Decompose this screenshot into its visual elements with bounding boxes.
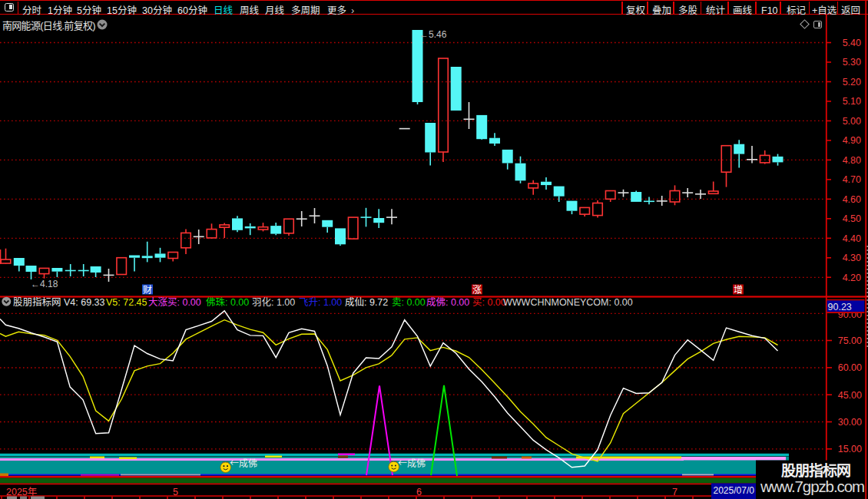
svg-text:股朋指标网: 股朋指标网	[13, 294, 61, 309]
svg-text:飞升: 1.00: 飞升: 1.00	[299, 294, 342, 309]
svg-text:5.20: 5.20	[843, 77, 861, 88]
svg-text:成佛: 0.00: 成佛: 0.00	[426, 294, 469, 309]
svg-text:5.10: 5.10	[843, 96, 861, 107]
svg-text:4.20: 4.20	[843, 273, 861, 283]
svg-text:30.00: 30.00	[838, 417, 862, 428]
svg-text:www.7gpzb.com: www.7gpzb.com	[760, 478, 865, 495]
svg-text:←5.46: ←5.46	[419, 29, 447, 40]
svg-text:90.23: 90.23	[828, 302, 852, 312]
svg-text:2025/07/0: 2025/07/0	[714, 485, 755, 496]
svg-text:←成佛: ←成佛	[230, 456, 257, 469]
svg-text:卖: 0.00: 卖: 0.00	[392, 294, 426, 309]
svg-text:4.50: 4.50	[843, 213, 861, 224]
svg-text:成仙: 9.72: 成仙: 9.72	[345, 294, 388, 309]
svg-text:←成佛: ←成佛	[398, 456, 426, 469]
svg-text:4.60: 4.60	[843, 194, 861, 205]
svg-text:佛珠: 0.00: 佛珠: 0.00	[206, 294, 249, 309]
svg-text:4.90: 4.90	[843, 135, 861, 146]
svg-text:15.00: 15.00	[838, 444, 862, 454]
svg-text:4.30: 4.30	[843, 253, 861, 263]
svg-text:4.40: 4.40	[843, 233, 861, 244]
svg-text:45.00: 45.00	[838, 390, 862, 401]
svg-text:75.00: 75.00	[838, 335, 862, 346]
svg-text:4.80: 4.80	[843, 155, 861, 166]
svg-text:5.30: 5.30	[843, 57, 861, 68]
svg-text:V5: 72.45: V5: 72.45	[106, 297, 147, 308]
svg-text:5.40: 5.40	[843, 38, 861, 48]
svg-text:5.00: 5.00	[843, 116, 861, 127]
svg-text:大涨买: 0.00: 大涨买: 0.00	[148, 294, 201, 309]
svg-text:买: 0.00: 买: 0.00	[472, 294, 506, 309]
svg-text:WWWCHNMONEYCOM: 0.00: WWWCHNMONEYCOM: 0.00	[503, 297, 633, 308]
svg-text:60.00: 60.00	[838, 362, 862, 373]
svg-text:羽化: 1.00: 羽化: 1.00	[252, 294, 295, 309]
svg-text:←4.18: ←4.18	[31, 279, 58, 289]
svg-text:增: 增	[734, 283, 743, 296]
svg-text:4.70: 4.70	[843, 174, 861, 185]
svg-text:V4: 69.33: V4: 69.33	[64, 297, 105, 308]
